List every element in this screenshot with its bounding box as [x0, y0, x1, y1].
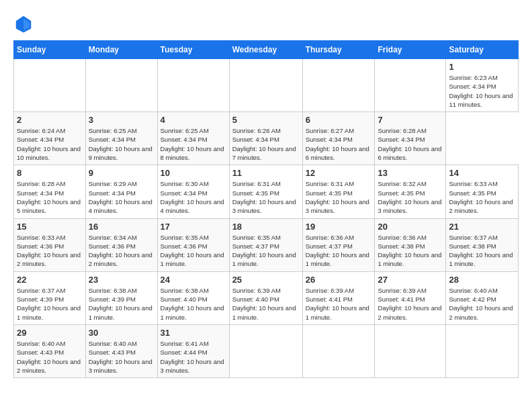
day-info: Sunrise: 6:39 AMSunset: 4:41 PMDaylight:…	[378, 286, 443, 322]
day-info: Sunrise: 6:33 AMSunset: 4:36 PMDaylight:…	[17, 233, 83, 269]
calendar-day: 13Sunrise: 6:32 AMSunset: 4:35 PMDayligh…	[375, 165, 446, 218]
calendar-day: 1Sunrise: 6:23 AMSunset: 4:34 PMDaylight…	[446, 59, 519, 112]
day-number: 11	[232, 168, 300, 178]
calendar-day: 17Sunrise: 6:35 AMSunset: 4:36 PMDayligh…	[157, 218, 229, 271]
day-info: Sunrise: 6:34 AMSunset: 4:36 PMDaylight:…	[89, 233, 154, 269]
calendar-day: 26Sunrise: 6:39 AMSunset: 4:41 PMDayligh…	[302, 271, 375, 324]
calendar-day: 22Sunrise: 6:37 AMSunset: 4:39 PMDayligh…	[14, 271, 86, 324]
calendar-day: 16Sunrise: 6:34 AMSunset: 4:36 PMDayligh…	[85, 218, 157, 271]
day-number: 19	[306, 222, 372, 232]
empty-day	[375, 59, 446, 112]
day-number: 26	[306, 275, 372, 285]
calendar-week: 8Sunrise: 6:28 AMSunset: 4:34 PMDaylight…	[14, 165, 519, 218]
day-number: 17	[161, 222, 226, 232]
day-info: Sunrise: 6:29 AMSunset: 4:34 PMDaylight:…	[89, 179, 154, 215]
day-number: 2	[17, 115, 83, 125]
empty-day	[302, 59, 375, 112]
day-info: Sunrise: 6:39 AMSunset: 4:40 PMDaylight:…	[232, 286, 300, 322]
empty-day	[446, 324, 519, 377]
day-info: Sunrise: 6:41 AMSunset: 4:44 PMDaylight:…	[161, 339, 226, 375]
weekday-header: Saturday	[446, 41, 519, 59]
calendar-day: 29Sunrise: 6:40 AMSunset: 4:43 PMDayligh…	[14, 324, 86, 377]
day-info: Sunrise: 6:30 AMSunset: 4:34 PMDaylight:…	[161, 179, 226, 215]
day-number: 28	[449, 275, 515, 285]
day-number: 9	[89, 168, 154, 178]
calendar-day: 23Sunrise: 6:38 AMSunset: 4:39 PMDayligh…	[85, 271, 157, 324]
day-info: Sunrise: 6:27 AMSunset: 4:34 PMDaylight:…	[306, 126, 372, 162]
day-number: 20	[378, 222, 443, 232]
day-number: 30	[89, 328, 154, 338]
day-info: Sunrise: 6:36 AMSunset: 4:38 PMDaylight:…	[378, 233, 443, 269]
calendar-day: 2Sunrise: 6:24 AMSunset: 4:34 PMDaylight…	[14, 112, 86, 165]
calendar-day: 20Sunrise: 6:36 AMSunset: 4:38 PMDayligh…	[375, 218, 446, 271]
calendar-day: 3Sunrise: 6:25 AMSunset: 4:34 PMDaylight…	[85, 112, 157, 165]
day-info: Sunrise: 6:25 AMSunset: 4:34 PMDaylight:…	[161, 126, 226, 162]
weekday-header: Friday	[375, 41, 446, 59]
empty-day	[302, 324, 375, 377]
empty-day	[229, 324, 302, 377]
weekday-header: Tuesday	[157, 41, 229, 59]
day-info: Sunrise: 6:40 AMSunset: 4:42 PMDaylight:…	[449, 286, 515, 322]
day-number: 13	[378, 168, 443, 178]
day-number: 18	[232, 222, 300, 232]
day-number: 7	[378, 115, 443, 125]
calendar-day: 5Sunrise: 6:26 AMSunset: 4:34 PMDaylight…	[229, 112, 302, 165]
weekday-header: Thursday	[302, 41, 375, 59]
day-info: Sunrise: 6:36 AMSunset: 4:37 PMDaylight:…	[306, 233, 372, 269]
day-number: 15	[17, 222, 83, 232]
calendar-week: 22Sunrise: 6:37 AMSunset: 4:39 PMDayligh…	[14, 271, 519, 324]
calendar-day: 24Sunrise: 6:38 AMSunset: 4:40 PMDayligh…	[157, 271, 229, 324]
day-info: Sunrise: 6:23 AMSunset: 4:34 PMDaylight:…	[449, 73, 515, 109]
day-number: 23	[89, 275, 154, 285]
empty-day	[375, 324, 446, 377]
calendar-day: 8Sunrise: 6:28 AMSunset: 4:34 PMDaylight…	[14, 165, 86, 218]
calendar-day: 11Sunrise: 6:31 AMSunset: 4:35 PMDayligh…	[229, 165, 302, 218]
day-info: Sunrise: 6:35 AMSunset: 4:36 PMDaylight:…	[161, 233, 226, 269]
day-info: Sunrise: 6:32 AMSunset: 4:35 PMDaylight:…	[378, 179, 443, 215]
day-number: 24	[161, 275, 226, 285]
day-number: 4	[161, 115, 226, 125]
empty-day	[157, 59, 229, 112]
day-info: Sunrise: 6:38 AMSunset: 4:40 PMDaylight:…	[161, 286, 226, 322]
weekday-header: Monday	[85, 41, 157, 59]
day-info: Sunrise: 6:28 AMSunset: 4:34 PMDaylight:…	[378, 126, 443, 162]
calendar-day: 14Sunrise: 6:33 AMSunset: 4:35 PMDayligh…	[446, 165, 519, 218]
day-number: 22	[17, 275, 83, 285]
day-info: Sunrise: 6:33 AMSunset: 4:35 PMDaylight:…	[449, 179, 515, 215]
day-info: Sunrise: 6:26 AMSunset: 4:34 PMDaylight:…	[232, 126, 300, 162]
day-info: Sunrise: 6:35 AMSunset: 4:37 PMDaylight:…	[232, 233, 300, 269]
day-number: 6	[306, 115, 372, 125]
weekday-header: Sunday	[14, 41, 86, 59]
page-header	[13, 13, 519, 34]
calendar-day: 12Sunrise: 6:31 AMSunset: 4:35 PMDayligh…	[302, 165, 375, 218]
day-number: 14	[449, 168, 515, 178]
day-info: Sunrise: 6:40 AMSunset: 4:43 PMDaylight:…	[89, 339, 154, 375]
day-info: Sunrise: 6:25 AMSunset: 4:34 PMDaylight:…	[89, 126, 154, 162]
calendar-week: 15Sunrise: 6:33 AMSunset: 4:36 PMDayligh…	[14, 218, 519, 271]
calendar-day: 9Sunrise: 6:29 AMSunset: 4:34 PMDaylight…	[85, 165, 157, 218]
day-number: 16	[89, 222, 154, 232]
calendar-day: 18Sunrise: 6:35 AMSunset: 4:37 PMDayligh…	[229, 218, 302, 271]
day-info: Sunrise: 6:40 AMSunset: 4:43 PMDaylight:…	[17, 339, 83, 375]
calendar-day: 27Sunrise: 6:39 AMSunset: 4:41 PMDayligh…	[375, 271, 446, 324]
day-info: Sunrise: 6:38 AMSunset: 4:39 PMDaylight:…	[89, 286, 154, 322]
calendar-day: 28Sunrise: 6:40 AMSunset: 4:42 PMDayligh…	[446, 271, 519, 324]
day-info: Sunrise: 6:24 AMSunset: 4:34 PMDaylight:…	[17, 126, 83, 162]
empty-day	[229, 59, 302, 112]
day-number: 10	[161, 168, 226, 178]
day-info: Sunrise: 6:31 AMSunset: 4:35 PMDaylight:…	[306, 179, 372, 215]
logo	[13, 13, 36, 34]
calendar-day: 4Sunrise: 6:25 AMSunset: 4:34 PMDaylight…	[157, 112, 229, 165]
day-info: Sunrise: 6:37 AMSunset: 4:39 PMDaylight:…	[17, 286, 83, 322]
calendar-week: 1Sunrise: 6:23 AMSunset: 4:34 PMDaylight…	[14, 59, 519, 112]
day-number: 5	[232, 115, 300, 125]
logo-icon	[13, 13, 34, 34]
day-info: Sunrise: 6:31 AMSunset: 4:35 PMDaylight:…	[232, 179, 300, 215]
calendar-day: 10Sunrise: 6:30 AMSunset: 4:34 PMDayligh…	[157, 165, 229, 218]
calendar-day: 30Sunrise: 6:40 AMSunset: 4:43 PMDayligh…	[85, 324, 157, 377]
day-info: Sunrise: 6:28 AMSunset: 4:34 PMDaylight:…	[17, 179, 83, 215]
empty-day	[85, 59, 157, 112]
day-info: Sunrise: 6:39 AMSunset: 4:41 PMDaylight:…	[306, 286, 372, 322]
calendar-week: 2Sunrise: 6:24 AMSunset: 4:34 PMDaylight…	[14, 112, 519, 165]
day-number: 8	[17, 168, 83, 178]
